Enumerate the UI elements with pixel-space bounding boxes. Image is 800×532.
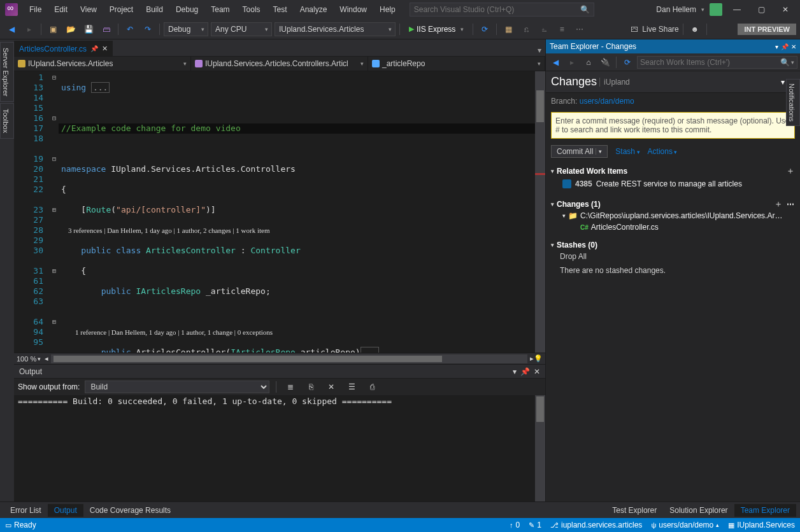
output-btn-3[interactable]: ✕ — [324, 379, 339, 395]
lightbulb-icon[interactable]: 💡 — [534, 354, 543, 363]
menu-build[interactable]: Build — [139, 3, 169, 17]
document-tab[interactable]: ArticlesController.cs 📌 ✕ — [14, 41, 113, 56]
status-repo[interactable]: ⎇iupland.services.articles — [550, 521, 642, 529]
status-push[interactable]: ↑0 — [510, 521, 520, 529]
zoom-level[interactable]: 100 % — [17, 355, 36, 363]
back-button[interactable]: ◀ — [4, 22, 19, 37]
pin-icon[interactable]: 📌 — [90, 45, 98, 52]
dropdown-icon[interactable]: ▾ — [775, 43, 778, 50]
status-project[interactable]: ▦IUpland.Services — [728, 521, 795, 529]
commit-message-box[interactable]: Enter a commit message (required) or sta… — [551, 112, 795, 139]
redo-button[interactable]: ↷ — [140, 22, 155, 37]
new-project-button[interactable]: ▣ — [45, 22, 61, 37]
dropdown-icon[interactable]: ▾ — [781, 78, 785, 87]
add-work-item-icon[interactable]: ＋ — [786, 165, 795, 177]
horizontal-scrollbar[interactable] — [51, 354, 527, 363]
output-btn-5[interactable]: ⎙ — [364, 379, 380, 395]
member-combo[interactable]: _articleRepo▾ — [368, 57, 545, 71]
tb-icon-3[interactable]: ⎁ — [536, 22, 552, 37]
te-back-button[interactable]: ◀ — [548, 55, 562, 69]
team-explorer-tab[interactable]: Team Explorer — [734, 504, 796, 517]
work-item-search[interactable]: 🔍▾ — [637, 56, 797, 69]
save-all-button[interactable]: 🗃 — [99, 22, 114, 37]
output-text[interactable]: ========== Build: 0 succeeded, 0 failed,… — [14, 395, 545, 501]
startup-combo[interactable]: IUpland.Services.Articles — [275, 22, 396, 36]
te-connect-button[interactable]: 🔌 — [598, 55, 612, 69]
chevron-down-icon[interactable]: ▾ — [701, 6, 704, 13]
error-list-tab[interactable]: Error List — [4, 504, 48, 517]
undo-button[interactable]: ↶ — [122, 22, 138, 37]
menu-view[interactable]: View — [74, 3, 103, 17]
pin-icon[interactable]: 📌 — [781, 43, 789, 50]
stashes-section-header[interactable]: Stashes (0) — [551, 241, 795, 249]
user-name[interactable]: Dan Hellem — [656, 5, 696, 14]
menu-test[interactable]: Test — [267, 3, 294, 17]
branch-link[interactable]: users/dan/demo — [580, 97, 634, 106]
close-icon[interactable]: ✕ — [534, 367, 540, 376]
te-home-button[interactable]: ⌂ — [582, 55, 596, 69]
menu-window[interactable]: Window — [333, 3, 373, 17]
stage-icon[interactable]: ＋ — [774, 199, 783, 210]
menu-team[interactable]: Team — [204, 3, 236, 17]
server-explorer-tab[interactable]: Server Explorer — [0, 42, 14, 102]
run-button[interactable]: ▶IIS Express▾ — [404, 22, 469, 36]
output-scrollbar[interactable] — [535, 395, 545, 501]
te-refresh-button[interactable]: ⟳ — [620, 55, 634, 69]
commit-all-button[interactable]: Commit All▾ — [551, 145, 608, 158]
panel-dropdown-icon[interactable]: ▾ — [513, 367, 517, 376]
refresh-button[interactable]: ⟳ — [477, 22, 492, 37]
changed-file-row[interactable]: C#ArticlesController.cs — [562, 221, 795, 233]
open-file-button[interactable]: 📂 — [63, 22, 78, 37]
output-btn-4[interactable]: ☰ — [344, 379, 359, 395]
output-btn-1[interactable]: ≣ — [283, 379, 298, 395]
solution-explorer-tab[interactable]: Solution Explorer — [663, 504, 734, 517]
te-forward-button[interactable]: ▸ — [565, 55, 579, 69]
type-combo[interactable]: IUpland.Services.Articles.Controllers.Ar… — [191, 57, 368, 71]
folder-row[interactable]: ▾📁C:\GitRepos\iupland.services.articles\… — [562, 210, 795, 221]
status-branch[interactable]: ψusers/dan/demo▴ — [651, 521, 719, 529]
minimize-button[interactable]: — — [727, 3, 746, 16]
live-share-button[interactable]: ⮹Live Share — [631, 25, 678, 34]
forward-button[interactable]: ▸ — [22, 22, 37, 37]
maximize-button[interactable]: ▢ — [752, 3, 771, 16]
code-coverage-tab[interactable]: Code Coverage Results — [83, 504, 177, 517]
menu-analyze[interactable]: Analyze — [294, 3, 334, 17]
code-content[interactable]: using ... //Example code change for demo… — [59, 71, 535, 353]
more-icon[interactable]: ⋯ — [787, 200, 795, 209]
pin-icon[interactable]: 📌 — [520, 367, 530, 376]
drop-all-link[interactable]: Drop All — [551, 249, 795, 263]
test-explorer-tab[interactable]: Test Explorer — [606, 504, 663, 517]
menu-file[interactable]: File — [23, 3, 48, 17]
close-button[interactable]: ✕ — [776, 3, 795, 16]
avatar[interactable] — [710, 3, 722, 16]
tb-icon-2[interactable]: ⎌ — [518, 22, 534, 37]
tb-icon-5[interactable]: ⋯ — [572, 22, 587, 37]
close-icon[interactable]: ✕ — [791, 43, 796, 50]
output-source-combo[interactable]: Build — [85, 381, 269, 393]
related-work-items-header[interactable]: Related Work Items＋ — [551, 165, 795, 177]
tb-icon-4[interactable]: ≡ — [554, 22, 569, 37]
output-tab[interactable]: Output — [48, 504, 83, 517]
output-btn-2[interactable]: ⎘ — [303, 379, 318, 395]
feedback-button[interactable]: ☻ — [687, 22, 703, 37]
tb-icon-1[interactable]: ▦ — [501, 22, 516, 37]
menu-help[interactable]: Help — [373, 3, 402, 17]
notifications-tab[interactable]: Notifications — [786, 79, 800, 126]
work-item-search-input[interactable] — [640, 58, 780, 67]
work-item-row[interactable]: 4385 Create REST service to manage all a… — [551, 177, 795, 191]
close-tab-icon[interactable]: ✕ — [102, 45, 108, 53]
stash-link[interactable]: Stash — [615, 147, 639, 156]
global-search-input[interactable] — [414, 5, 580, 14]
project-combo[interactable]: IUpland.Services.Articles▾ — [14, 57, 191, 71]
menu-tools[interactable]: Tools — [236, 3, 267, 17]
tab-overflow-icon[interactable]: ▾ — [534, 45, 545, 56]
menu-project[interactable]: Project — [103, 3, 139, 17]
global-search[interactable]: 🔍 — [410, 3, 594, 17]
menu-edit[interactable]: Edit — [48, 3, 74, 17]
changes-section-header[interactable]: Changes (1)＋⋯ — [551, 199, 795, 210]
status-pull[interactable]: ✎1 — [529, 521, 541, 529]
toolbox-tab[interactable]: Toolbox — [0, 103, 14, 139]
outlining-margin[interactable]: ⊟⊟⊟⊞⊞⊞ — [50, 71, 59, 353]
actions-link[interactable]: Actions — [648, 147, 678, 156]
platform-combo[interactable]: Any CPU — [211, 22, 272, 36]
